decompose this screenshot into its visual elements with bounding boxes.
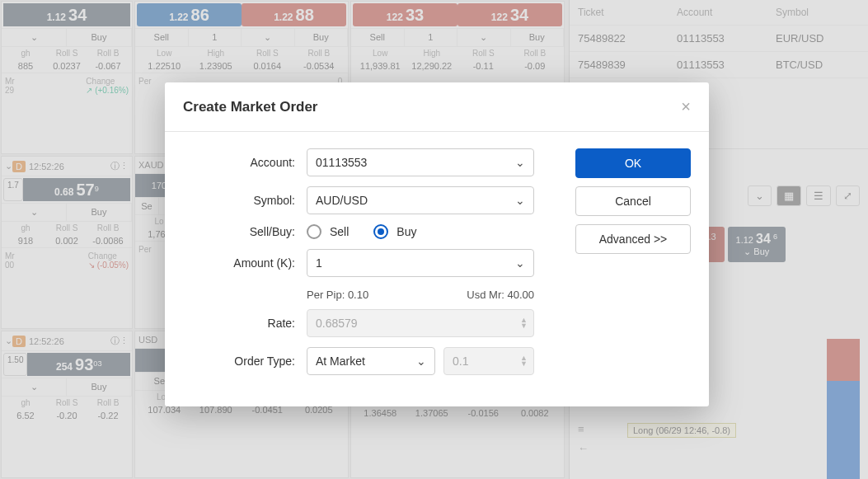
account-value: 01113553 xyxy=(316,156,367,169)
chevron-down-icon: ⌄ xyxy=(515,256,525,270)
ok-button[interactable]: OK xyxy=(575,148,691,178)
account-label: Account: xyxy=(183,156,307,169)
symbol-value: AUD/USD xyxy=(316,194,368,207)
chevron-down-icon: ⌄ xyxy=(416,355,426,368)
amount-label: Amount (K): xyxy=(183,256,307,270)
ordertype-param: 0.1 xyxy=(453,355,468,368)
spinner-icon: ▲▼ xyxy=(520,317,528,329)
buy-radio[interactable]: Buy xyxy=(373,224,416,239)
create-order-modal: Create Market Order × Account: 01113553⌄… xyxy=(165,82,709,406)
close-icon[interactable]: × xyxy=(681,97,691,116)
chevron-down-icon: ⌄ xyxy=(515,194,525,207)
advanced-button[interactable]: Advanced >> xyxy=(575,224,691,254)
ordertype-select[interactable]: At Market⌄ xyxy=(307,347,435,375)
perpip-value: 0.10 xyxy=(348,289,368,301)
rate-value: 0.68579 xyxy=(316,317,358,330)
modal-title: Create Market Order xyxy=(183,99,317,115)
ordertype-value: At Market xyxy=(316,355,365,368)
usdmr-label: Usd Mr: xyxy=(467,289,504,301)
amount-value: 1 xyxy=(316,256,322,270)
symbol-label: Symbol: xyxy=(183,194,307,207)
sellbuy-label: Sell/Buy: xyxy=(183,225,307,238)
spinner-icon: ▲▼ xyxy=(520,355,528,367)
rate-input: 0.68579▲▼ xyxy=(307,309,534,337)
ordertype-label: Order Type: xyxy=(183,355,307,368)
account-select[interactable]: 01113553⌄ xyxy=(307,148,534,176)
sell-radio-label: Sell xyxy=(330,225,349,238)
rate-label: Rate: xyxy=(183,317,307,330)
sell-radio[interactable]: Sell xyxy=(307,224,349,239)
buy-radio-label: Buy xyxy=(396,225,416,238)
ordertype-param-input: 0.1▲▼ xyxy=(443,347,534,375)
cancel-button[interactable]: Cancel xyxy=(575,186,691,216)
chevron-down-icon: ⌄ xyxy=(515,156,525,169)
usdmr-value: 40.00 xyxy=(507,289,534,301)
amount-input[interactable]: 1⌄ xyxy=(307,249,534,277)
perpip-label: Per Pip: xyxy=(307,289,345,301)
symbol-select[interactable]: AUD/USD⌄ xyxy=(307,186,534,214)
